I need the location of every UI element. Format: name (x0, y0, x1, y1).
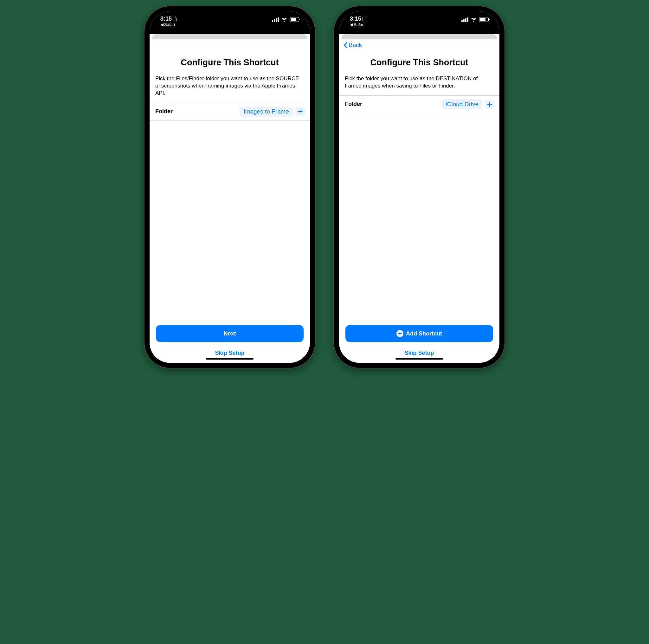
folder-row-label: Folder (155, 108, 173, 115)
next-button-label: Next (223, 330, 236, 337)
cellular-icon (462, 17, 468, 22)
breadcrumb-caret-icon: ◀ (350, 23, 353, 27)
phone-right: 3:15 ◀ Safari (334, 6, 505, 368)
add-folder-button[interactable] (295, 107, 305, 116)
folder-value-group: iCloud Drive (442, 99, 494, 109)
nav-bar (149, 39, 310, 51)
status-left: 3:15 ◀ Safari (160, 16, 177, 27)
battery-icon (290, 17, 299, 22)
nav-bar: Back (339, 39, 500, 51)
skip-setup-button[interactable]: Skip Setup (215, 350, 244, 356)
battery-icon (479, 17, 489, 22)
cellular-icon (272, 17, 279, 22)
breadcrumb-app-label: Safari (354, 23, 364, 27)
config-sheet: Configure This Shortcut Pick the Files/F… (149, 39, 310, 363)
folder-row: Folder Images to Frame (149, 103, 310, 120)
back-button-label: Back (349, 42, 362, 48)
dynamic-island (397, 18, 441, 31)
bottom-actions: Add Shortcut Skip Setup (339, 325, 500, 363)
chevron-left-icon (344, 42, 348, 48)
config-sheet: Back Configure This Shortcut Pick the fo… (339, 39, 500, 363)
add-shortcut-button[interactable]: Add Shortcut (345, 325, 493, 342)
skip-setup-button[interactable]: Skip Setup (404, 350, 434, 356)
phone-left: 3:15 ◀ Safari (144, 6, 315, 368)
screen: 3:15 ◀ Safari (149, 11, 310, 363)
page-title: Configure This Shortcut (149, 51, 310, 75)
page-description: Pick the Files/Finder folder you want to… (149, 75, 310, 103)
sim-icon (173, 17, 177, 21)
back-button[interactable]: Back (344, 42, 362, 48)
plus-circle-icon (396, 330, 403, 337)
next-button[interactable]: Next (156, 325, 304, 342)
add-folder-button[interactable] (485, 99, 494, 109)
status-left: 3:15 ◀ Safari (350, 16, 366, 27)
breadcrumb-app-label: Safari (164, 23, 175, 27)
home-indicator[interactable] (395, 358, 443, 360)
plus-icon (487, 102, 492, 107)
status-right (272, 16, 299, 22)
dynamic-island (208, 18, 252, 31)
home-indicator[interactable] (206, 358, 254, 360)
breadcrumb-caret-icon: ◀ (160, 23, 164, 27)
screen: 3:15 ◀ Safari (339, 11, 500, 363)
breadcrumb[interactable]: ◀ Safari (350, 23, 364, 27)
folder-row: Folder iCloud Drive (339, 95, 500, 113)
status-time: 3:15 (350, 16, 366, 22)
page-description: Pick the folder you want to use as the D… (339, 75, 500, 95)
breadcrumb[interactable]: ◀ Safari (160, 23, 175, 27)
time-label: 3:15 (160, 16, 172, 22)
folder-row-label: Folder (345, 101, 362, 108)
status-right (462, 16, 489, 22)
wifi-icon (281, 17, 288, 22)
folder-value-chip[interactable]: Images to Frame (240, 107, 293, 117)
wifi-icon (471, 17, 477, 22)
plus-icon (297, 109, 303, 115)
sim-icon (362, 17, 366, 21)
status-time: 3:15 (160, 16, 177, 22)
folder-value-group: Images to Frame (240, 107, 305, 117)
bottom-actions: Next Skip Setup (149, 325, 310, 363)
add-shortcut-button-label: Add Shortcut (406, 330, 442, 337)
time-label: 3:15 (350, 16, 361, 22)
folder-value-chip[interactable]: iCloud Drive (442, 99, 482, 109)
page-title: Configure This Shortcut (339, 51, 500, 75)
